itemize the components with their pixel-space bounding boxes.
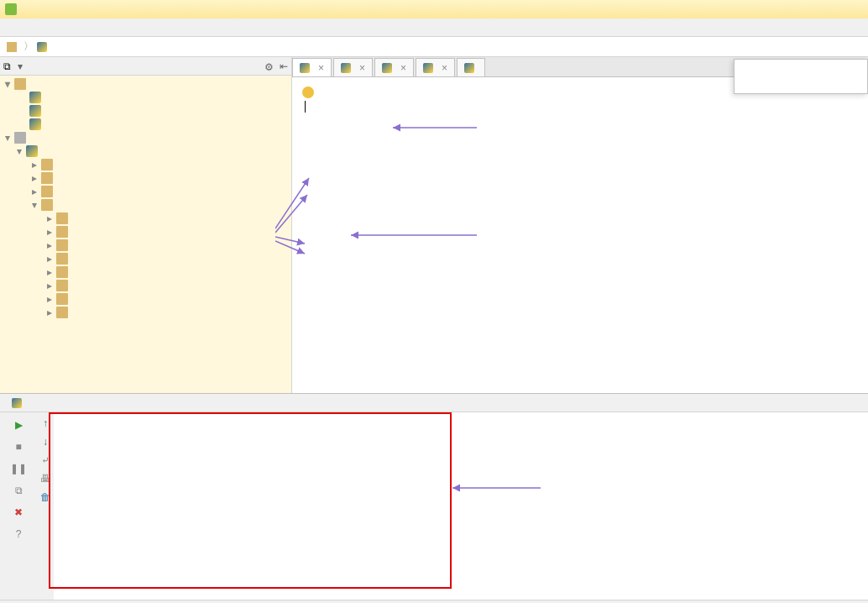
folder-icon [7,42,17,52]
wrap-icon[interactable]: ⤶ [41,454,50,466]
gear-icon[interactable]: ⚙ [264,61,275,71]
menu-file[interactable] [3,26,17,29]
tree-file[interactable] [0,91,291,104]
run-header [0,394,868,412]
menu-code[interactable] [57,26,71,29]
title-bar [0,0,868,18]
tree-lib-item[interactable]: ▸ [0,225,291,239]
tree-node[interactable]: ▸ [0,171,291,185]
project-tool-header: ⧉ ▾ ⚙ ⇤ [0,57,291,76]
print-icon[interactable]: 🖶 [40,473,50,485]
up-icon[interactable]: ↑ [43,417,48,429]
arrow-annotation [275,111,494,262]
tab-const[interactable]: × [333,58,373,76]
menu-view[interactable] [30,26,44,29]
close-icon[interactable]: × [318,62,324,74]
menu-help[interactable] [138,26,151,29]
tree-node[interactable]: ▸ [0,158,291,171]
trash-icon[interactable]: 🗑 [40,491,50,503]
run-gutter: ▶ ■ ❚❚ ⧉ ✖ ? [0,412,37,600]
menu-window[interactable] [124,26,138,29]
menu-navigate[interactable] [44,26,57,29]
collapse-icon[interactable]: ⇤ [280,60,288,72]
bulb-icon[interactable] [302,87,314,98]
tree-node[interactable]: ▸ [0,185,291,198]
tree-external-libs[interactable]: ▾ [0,131,291,144]
tree-file[interactable] [0,104,291,118]
tree-lib-item[interactable]: ▸ [0,239,291,252]
python-file-icon [37,42,47,52]
chevron-icon: 〉 [24,39,34,54]
output-highlight-box [49,412,452,589]
menu-refactor[interactable] [71,26,84,29]
run-icon[interactable]: ▶ [11,417,26,433]
stop-icon[interactable]: ■ [11,439,26,454]
close-icon[interactable]: × [359,62,365,74]
menu-edit[interactable] [17,26,30,29]
tab-firstwork[interactable]: × [374,58,414,76]
run-panel: ▶ ■ ❚❚ ⧉ ✖ ? ↑ ↓ ⤶ 🖶 🗑 [0,393,868,600]
menu-tools[interactable] [97,26,111,29]
tree-file[interactable] [0,118,291,131]
close-icon[interactable]: ✖ [11,505,26,520]
code-editor[interactable] [292,77,868,393]
help-icon[interactable]: ? [11,527,26,542]
close-icon[interactable]: × [442,62,447,74]
app-icon [5,3,17,15]
tab-contextlib[interactable]: × [416,58,455,76]
close-icon[interactable]: × [400,62,406,74]
python-file-icon [12,398,22,408]
tree-root[interactable]: ▾ [0,77,291,91]
console-output[interactable] [54,412,868,600]
settings-icon[interactable]: ⧉ [11,483,26,498]
project-sidebar: ⧉ ▾ ⚙ ⇤ ▾ ▾ ▾ ▸ ▸ ▸ ▾ ▸ ▸ ▸ ▸ ▸ [0,57,292,393]
pause-icon[interactable]: ❚❚ [11,461,26,476]
tab-learn98[interactable]: × [292,58,332,76]
menu-bar [0,18,868,37]
tree-lib-item[interactable]: ▸ [0,212,291,225]
tree-lib-item[interactable]: ▸ [0,252,291,265]
tree-python[interactable]: ▾ [0,144,291,158]
notification-popup[interactable] [734,59,868,94]
arrow-output [448,480,549,496]
breadcrumb: 〉 [0,37,868,57]
down-icon[interactable]: ↓ [43,436,48,448]
menu-run[interactable] [84,26,97,29]
tree-node-lib[interactable]: ▾ [0,198,291,212]
status-bar [0,600,868,603]
tree-lib-item[interactable]: ▸ [0,279,291,292]
tree-lib-item[interactable]: ▸ [0,265,291,279]
tree-lib-item[interactable]: ▸ [0,306,291,319]
tree-lib-item[interactable]: ▸ [0,292,291,306]
tab-loadother[interactable] [457,58,485,76]
project-tree: ▾ ▾ ▾ ▸ ▸ ▸ ▾ ▸ ▸ ▸ ▸ ▸ ▸ ▸ ▸ [0,76,291,393]
editor-area: × × × × [292,57,868,393]
menu-vcs[interactable] [111,26,124,29]
